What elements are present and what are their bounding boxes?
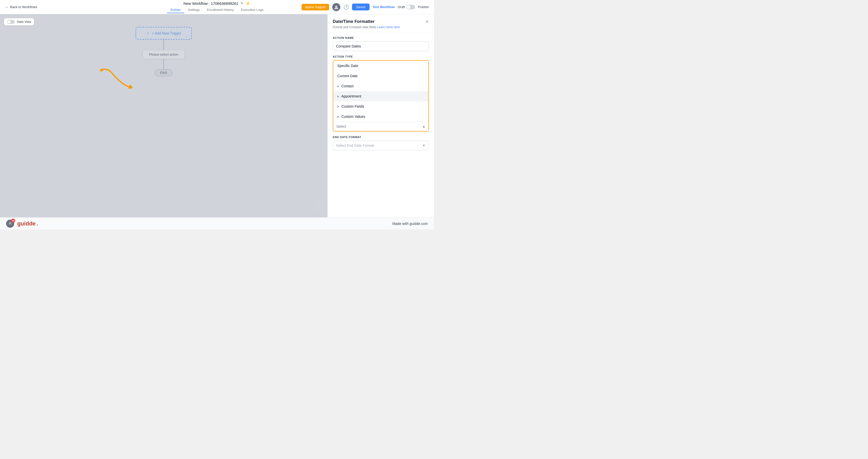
canvas-overlay bbox=[0, 14, 328, 217]
learn-more-link[interactable]: Learn more here bbox=[377, 25, 400, 29]
panel-title: Date/Time Formatter ✕ bbox=[333, 19, 429, 24]
select-chevron-icon: ▲ bbox=[422, 125, 425, 128]
end-date-chevron-icon: ▼ bbox=[422, 144, 426, 148]
nav-tabs: Builder Settings Enrollment History Exec… bbox=[167, 7, 267, 13]
action-name-value[interactable]: Compare Dates bbox=[333, 41, 429, 51]
header: ← Back to Workflows New Workflow : 17066… bbox=[0, 0, 434, 14]
appointment-chevron-icon: ▶ bbox=[337, 95, 339, 98]
custom-fields-chevron-icon: ▶ bbox=[337, 105, 339, 108]
end-date-format-label: END DATE FORMAT bbox=[333, 135, 429, 139]
custom-fields-label: Custom Fields bbox=[341, 104, 364, 109]
panel-subtitle: Format and Compare date fields Learn mor… bbox=[333, 25, 429, 29]
appointment-label: Appointment bbox=[341, 94, 362, 98]
tab-builder[interactable]: Builder bbox=[167, 7, 184, 13]
stats-view-switch[interactable] bbox=[7, 20, 15, 24]
dropdown-select-row[interactable]: Select ▲ bbox=[333, 122, 428, 131]
dropdown-item-specific-date[interactable]: Specific Date bbox=[333, 61, 428, 71]
guidde-logo-dot: . bbox=[36, 220, 38, 227]
custom-values-chevron-icon: ▶ bbox=[337, 115, 339, 118]
publish-button[interactable]: Publish bbox=[418, 5, 429, 9]
stats-toggle[interactable]: Stats View bbox=[4, 18, 34, 25]
panel-body: ACTION NAME Compare Dates ACTION TYPE Sp… bbox=[328, 32, 434, 217]
notification-count: 30 bbox=[11, 219, 15, 223]
toggle-knob bbox=[407, 5, 410, 9]
back-label: Back to Workflows bbox=[10, 5, 37, 9]
right-panel: Date/Time Formatter ✕ Format and Compare… bbox=[328, 14, 434, 217]
tab-enrollment-history[interactable]: Enrollment History bbox=[203, 7, 237, 13]
workflow-title-text: New Workflow : 1706636898261 bbox=[184, 1, 239, 6]
main-area: Stats View ＋ + Add New Trigger Please se… bbox=[0, 14, 434, 217]
tab-settings[interactable]: Settings bbox=[184, 7, 203, 13]
tab-execution-logs[interactable]: Execution Logs bbox=[237, 7, 267, 13]
stats-knob bbox=[8, 20, 11, 23]
mini-scrollbar[interactable] bbox=[315, 202, 322, 212]
custom-values-label: Custom Values bbox=[341, 115, 365, 119]
header-center: New Workflow : 1706636898261 ✎ ⚡ Builder… bbox=[167, 1, 267, 13]
clock-icon[interactable]: 🕐 bbox=[343, 4, 349, 10]
draft-toggle-switch[interactable] bbox=[406, 5, 415, 9]
panel-title-text: Date/Time Formatter bbox=[333, 19, 375, 24]
dropdown-item-current-date[interactable]: Current Date bbox=[333, 71, 428, 81]
svg-point-0 bbox=[335, 6, 337, 8]
end-date-section: END DATE FORMAT Select End Date Format ▼ bbox=[333, 135, 429, 150]
avatar[interactable] bbox=[332, 3, 340, 11]
action-type-dropdown[interactable]: Specific Date Current Date ▶ Contact ▶ A… bbox=[333, 60, 429, 131]
draft-label: Draft bbox=[398, 5, 405, 9]
end-date-placeholder: Select End Date Format bbox=[336, 144, 374, 148]
panel-header: Date/Time Formatter ✕ Format and Compare… bbox=[328, 14, 434, 32]
guidde-logo-text: guidde bbox=[17, 220, 35, 227]
dropdown-item-contact[interactable]: ▶ Contact bbox=[333, 81, 428, 91]
action-type-label: ACTION TYPE bbox=[333, 55, 429, 58]
notification-badge[interactable]: 30 bbox=[6, 220, 14, 228]
test-workflow-button[interactable]: Test Workflow bbox=[373, 5, 395, 9]
workflow-canvas[interactable]: Stats View ＋ + Add New Trigger Please se… bbox=[0, 14, 328, 217]
edit-icon[interactable]: ✎ bbox=[240, 1, 243, 5]
back-arrow-icon: ← bbox=[5, 5, 9, 9]
stats-label: Stats View bbox=[17, 20, 31, 24]
subtitle-text: Format and Compare date fields bbox=[333, 25, 376, 29]
close-panel-button[interactable]: ✕ bbox=[425, 19, 429, 24]
dropdown-item-appointment[interactable]: ▶ Appointment bbox=[333, 91, 428, 101]
current-date-label: Current Date bbox=[337, 74, 358, 78]
saved-button[interactable]: Saved bbox=[352, 4, 370, 10]
support-button[interactable]: topline Support bbox=[302, 4, 329, 10]
made-with-text: Made with guidde.com bbox=[392, 222, 428, 226]
guidde-bar: 30 guidde . Made with guidde.com bbox=[0, 217, 434, 230]
action-name-label: ACTION NAME bbox=[333, 36, 429, 39]
lightning-icon: ⚡ bbox=[245, 1, 250, 6]
dropdown-item-custom-values[interactable]: ▶ Custom Values bbox=[333, 112, 428, 122]
end-date-format-select[interactable]: Select End Date Format ▼ bbox=[333, 141, 429, 150]
header-right: topline Support 🕐 Saved Test Workflow Dr… bbox=[302, 3, 429, 11]
select-placeholder: Select bbox=[336, 124, 346, 128]
guidde-logo: guidde . bbox=[17, 220, 38, 227]
specific-date-label: Specific Date bbox=[337, 64, 358, 68]
contact-chevron-icon: ▶ bbox=[337, 85, 339, 88]
dropdown-item-custom-fields[interactable]: ▶ Custom Fields bbox=[333, 101, 428, 112]
dropdown-list: Specific Date Current Date ▶ Contact ▶ A… bbox=[333, 61, 428, 122]
back-to-workflows-button[interactable]: ← Back to Workflows bbox=[5, 5, 37, 9]
draft-toggle: Draft bbox=[398, 5, 415, 9]
contact-label: Contact bbox=[341, 84, 353, 88]
workflow-title: New Workflow : 1706636898261 ✎ ⚡ bbox=[184, 1, 251, 6]
